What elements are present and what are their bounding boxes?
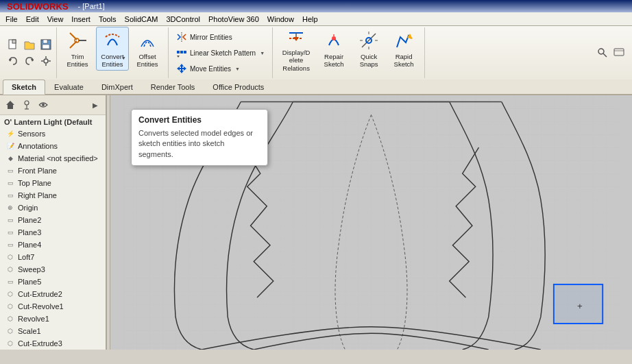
sidebar-item-sensors[interactable]: ⚡Sensors [0,128,106,140]
linear-pattern-icon [176,47,187,58]
sidebar-item-label: Loft7 [18,253,34,261]
convert-button[interactable]: Convert Entities ▼ [96,27,129,71]
menu-solidcam[interactable]: SolidCAM [121,14,162,25]
quick-snaps-button[interactable]: Quick Snaps [352,27,385,71]
open-button[interactable] [22,37,37,52]
eye-icon [38,100,48,110]
sidebar-item-frontplane[interactable]: ▭Front Plane [0,165,106,177]
viewport[interactable]: + Convert Entities Converts selected mod… [110,95,632,350]
sidebar-item-origin[interactable]: ⊕Origin [0,202,106,214]
save-button[interactable] [38,37,53,52]
tab-evaluate[interactable]: Evaluate [45,80,93,94]
svg-line-25 [362,34,376,47]
sidebar-item-label: Sweep3 [18,265,45,274]
quick-snaps-label: Quick Snaps [356,53,382,69]
sidebar-item-label: Plane5 [18,278,41,286]
sidebar-item-material<notspecified>[interactable]: ◆Material <not specified> [0,152,106,165]
tooltip-title: Convert Entities [138,115,260,125]
feature-icon: ⬡ [5,265,15,274]
pin-icon [22,100,32,110]
tab-office-products[interactable]: Office Products [204,80,273,94]
linear-pattern-label: Linear Sketch Pattern [190,49,256,57]
search-button[interactable] [595,45,610,60]
menu-file[interactable]: File [1,14,22,25]
undo-button[interactable] [5,53,21,69]
offset-button[interactable]: Offset Entities [131,27,164,71]
move-entities-button[interactable]: Move Entities ▼ [173,61,268,76]
sidebar-eye-btn[interactable] [36,97,51,112]
display-delete-label: Display/Delete Relations [281,49,311,72]
svg-rect-16 [184,51,186,53]
settings-button[interactable] [611,45,627,60]
sidebar-item-scale1[interactable]: ⬡Scale1 [0,325,106,337]
sidebar-items[interactable]: ⚡Sensors📝Annotations◆Material <not speci… [0,128,106,350]
feature-icon: ⬡ [5,302,15,311]
sidebar-item-label: Annotations [18,142,58,150]
sidebar-item-label: Cut-Extrude2 [18,290,62,298]
sidebar-item-plane3[interactable]: ▭Plane3 [0,226,106,239]
sidebar-item-cut-extrude3[interactable]: ⬡Cut-Extrude3 [0,337,106,350]
sidebar-item-revolve1[interactable]: ⬡Revolve1 [0,313,106,325]
options-button[interactable] [38,53,53,69]
move-entities-icon [176,63,187,74]
move-dropdown[interactable]: ▼ [235,66,240,71]
ribbon-tabs: Sketch Evaluate DimXpert Render Tools Of… [0,80,632,94]
redo-icon [24,56,35,66]
menu-bar: File Edit View Insert Tools SolidCAM 3DC… [0,12,632,26]
trim-icon [66,29,88,51]
svg-rect-4 [42,45,49,49]
tab-dimxpert[interactable]: DimXpert [93,80,142,94]
tab-render-tools[interactable]: Render Tools [142,80,204,94]
sidebar-item-loft7[interactable]: ⬡Loft7 [0,251,106,263]
new-icon [8,39,19,50]
sidebar-item-cut-extrude2[interactable]: ⬡Cut-Extrude2 [0,288,106,300]
tab-sketch[interactable]: Sketch [3,80,45,95]
menu-3dcontrol[interactable]: 3DControl [162,14,204,25]
ribbon: Trim Entities Convert Entities ▼ Offset … [0,26,632,95]
rapid-sketch-button[interactable]: Rapid Sketch [387,27,420,71]
sidebar-item-rightplane[interactable]: ▭Right Plane [0,189,106,202]
sidebar-item-plane5[interactable]: ▭Plane5 [0,276,106,288]
sidebar-expand-btn[interactable]: ▶ [88,97,103,112]
menu-insert[interactable]: Insert [67,14,95,25]
svg-rect-3 [43,40,47,43]
menu-tools[interactable]: Tools [95,14,121,25]
tooltip-text: Converts selected model edges or sketch … [138,128,260,160]
new-button[interactable] [5,37,21,52]
repair-button[interactable]: Repair Sketch [317,27,350,71]
rapid-sketch-icon [393,29,415,51]
main-area: ▶ O' Lantern Light (Default ⚡Sensors📝Ann… [0,95,632,350]
feature-icon: ⬡ [5,339,15,348]
sidebar-item-plane4[interactable]: ▭Plane4 [0,239,106,251]
sidebar-item-plane2[interactable]: ▭Plane2 [0,214,106,226]
menu-photoview[interactable]: PhotoView 360 [204,14,263,25]
ribbon-group-quickaccess [3,27,57,78]
sidebar-item-topplane[interactable]: ▭Top Plane [0,177,106,189]
display-delete-button[interactable]: Display/Delete Relations [277,23,315,75]
svg-text:+: + [577,301,583,311]
sidebar-pin-btn[interactable] [19,97,34,112]
plane-icon: ▭ [5,166,15,175]
linear-dropdown[interactable]: ▼ [260,51,265,56]
svg-point-23 [332,36,336,40]
redo-button[interactable] [22,53,37,69]
sidebar-item-cut-revolve1[interactable]: ⬡Cut-Revolve1 [0,300,106,313]
sidebar-item-label: Plane4 [18,241,41,249]
feature-icon: ⬡ [5,326,15,336]
sidebar-item-annotations[interactable]: 📝Annotations [0,140,106,152]
convert-dropdown-arrow[interactable]: ▼ [121,56,126,60]
expand-icon: ▶ [93,101,98,109]
offset-label: Offset Entities [134,53,160,69]
svg-rect-1 [12,40,16,43]
linear-pattern-button[interactable]: Linear Sketch Pattern ▼ [173,45,268,60]
sidebar-home-btn[interactable] [3,97,18,112]
sidebar-item-label: Plane2 [18,216,41,224]
menu-edit[interactable]: Edit [22,14,43,25]
mirror-button[interactable]: Mirror Entities [173,29,268,45]
menu-view[interactable]: View [43,14,68,25]
trim-button[interactable]: Trim Entities [61,27,94,71]
feature-icon: ⬡ [5,252,15,262]
svg-point-7 [44,59,48,63]
sidebar-item-sweep3[interactable]: ⬡Sweep3 [0,263,106,276]
plane-icon: ▭ [5,240,15,250]
